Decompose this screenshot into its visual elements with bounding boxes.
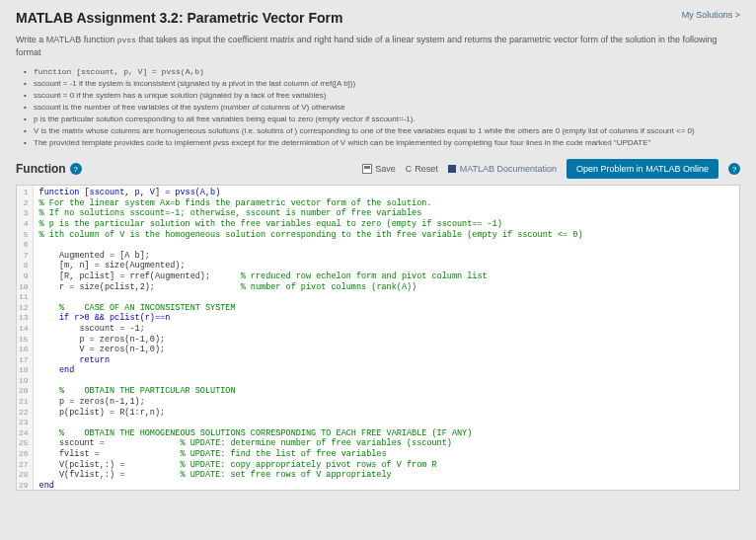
reset-label: Reset bbox=[415, 164, 438, 174]
save-label: Save bbox=[375, 164, 396, 174]
save-icon bbox=[362, 164, 372, 174]
doc-icon bbox=[448, 165, 456, 173]
instr-lead1: Write a MATLAB function bbox=[16, 35, 117, 44]
open-problem-button[interactable]: Open Problem in MATLAB Online bbox=[567, 159, 718, 179]
code-body[interactable]: function [sscount, p, V] = pvss(A,b)% Fo… bbox=[34, 186, 739, 490]
bullet-item: V is the matrix whose columns are homoge… bbox=[34, 125, 740, 137]
bullet-item: The provided template provides code to i… bbox=[34, 137, 740, 149]
help-icon-2[interactable]: ? bbox=[728, 163, 740, 175]
bullet-item: sscount = -1 if the system is inconsiste… bbox=[34, 78, 740, 90]
instr-func: pvss bbox=[117, 36, 136, 44]
save-button[interactable]: Save bbox=[362, 164, 396, 174]
reset-button[interactable]: C Reset bbox=[406, 164, 438, 174]
my-solutions-link[interactable]: My Solutions > bbox=[682, 10, 740, 20]
matlab-doc-link[interactable]: MATLAB Documentation bbox=[448, 164, 557, 174]
bullet-item: p is the particular solution correspondi… bbox=[34, 114, 740, 125]
bullet-item: sscount = 0 if the system has a unique s… bbox=[34, 90, 740, 102]
function-heading: Function bbox=[16, 162, 66, 176]
doc-label: MATLAB Documentation bbox=[460, 164, 557, 174]
bullet-item: function [sscount, p, V] = pvss(A,b) bbox=[34, 66, 740, 78]
bullet-list: function [sscount, p, V] = pvss(A,b) ssc… bbox=[16, 66, 740, 149]
bullet-item: sscount is the number of free variables … bbox=[34, 102, 740, 114]
reset-icon: C bbox=[406, 164, 413, 174]
code-editor[interactable]: 1234567891011121314151617181920212223242… bbox=[16, 185, 740, 491]
instructions: Write a MATLAB function pvss that takes … bbox=[16, 34, 740, 58]
help-icon[interactable]: ? bbox=[70, 163, 82, 175]
page-title: MATLAB Assignment 3.2: Parametric Vector… bbox=[16, 10, 342, 26]
line-gutter: 1234567891011121314151617181920212223242… bbox=[17, 186, 34, 490]
